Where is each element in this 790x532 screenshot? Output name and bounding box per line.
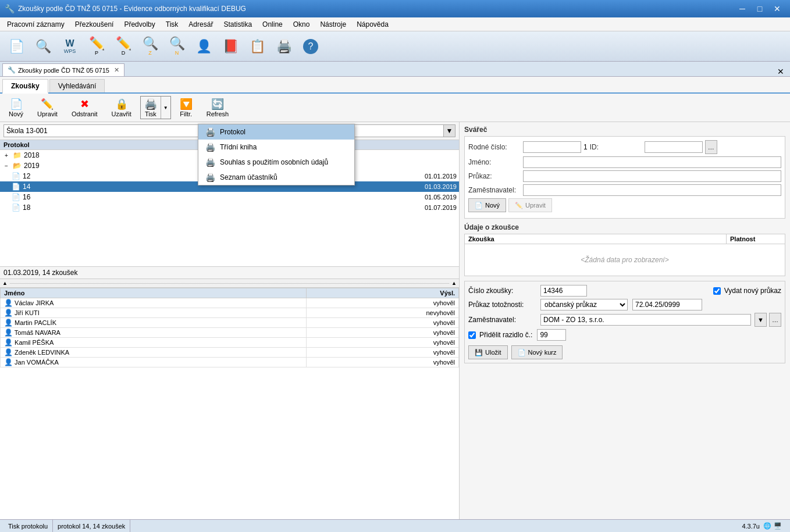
toolbar-list[interactable]: 📋 bbox=[244, 34, 270, 59]
menu-nastroje[interactable]: Nástroje bbox=[315, 18, 351, 31]
scroll-up2-icon[interactable]: ▲ bbox=[451, 280, 457, 286]
rodne-cislo-input[interactable] bbox=[523, 141, 581, 153]
novy-kurz-icon: 📄 bbox=[518, 349, 526, 356]
toolbar-search[interactable]: 🔍 bbox=[30, 34, 56, 59]
close-button[interactable]: ✕ bbox=[769, 2, 785, 15]
odstranit-button[interactable]: ✖ Odstranit bbox=[66, 96, 103, 119]
zamestnavatel-menu-button[interactable]: ▼ bbox=[755, 313, 767, 327]
table-row[interactable]: 👤 Jiří KUTI nevyhověl bbox=[1, 308, 459, 318]
svarez-upravit-button[interactable]: ✏️ Upravit bbox=[508, 198, 552, 212]
dropdown-item-seznam[interactable]: 🖨️ Seznam účastníků bbox=[198, 170, 354, 185]
filtr-label: Filtr. bbox=[180, 110, 192, 117]
toolbar-book[interactable]: 📕 bbox=[218, 34, 243, 59]
rodne-cislo-row: Rodné číslo: 1 ID: … bbox=[468, 140, 781, 154]
prukaz-input[interactable] bbox=[523, 170, 781, 182]
maximize-button[interactable]: □ bbox=[752, 2, 768, 15]
doc-tab-close[interactable]: ✕ bbox=[114, 66, 119, 74]
dropdown-item-souhlas[interactable]: 🖨️ Souhlas s použitím osobních údajů bbox=[198, 155, 354, 170]
menu-tisk[interactable]: Tisk bbox=[161, 18, 183, 31]
tree-item-18[interactable]: 📄 18 01.07.2019 bbox=[0, 202, 459, 213]
doc-16-icon: 📄 bbox=[12, 193, 20, 201]
svarez-novy-label: Nový bbox=[485, 202, 500, 209]
cislo-zkousky-input[interactable] bbox=[540, 285, 587, 297]
menu-adressr[interactable]: Adresář bbox=[184, 18, 218, 31]
tab-vyhledavani[interactable]: Vyhledávání bbox=[49, 79, 105, 92]
jmeno-input[interactable] bbox=[523, 156, 781, 168]
toolbar-new-doc[interactable]: 📄 bbox=[3, 34, 29, 59]
menu-online[interactable]: Online bbox=[258, 18, 287, 31]
printer3-icon: 🖨️ bbox=[205, 158, 215, 167]
pridelit-checkbox[interactable] bbox=[468, 331, 476, 339]
novy-kurz-label: Nový kurz bbox=[528, 349, 557, 356]
toolbar-pencil-d[interactable]: ✏️D bbox=[111, 34, 136, 59]
participant-result: vyhověl bbox=[306, 338, 459, 348]
ulozit-button[interactable]: 💾 Uložit bbox=[468, 345, 508, 359]
uzavrit-button[interactable]: 🔒 Uzavřit bbox=[106, 96, 137, 119]
menu-statistika[interactable]: Statistika bbox=[219, 18, 257, 31]
tab-zkousky[interactable]: Zkoušky bbox=[2, 79, 48, 94]
menu-pracovni[interactable]: Pracovní záznamy bbox=[2, 18, 69, 31]
svarez-menu-button[interactable]: … bbox=[705, 140, 717, 154]
participant-result: vyhověl bbox=[306, 318, 459, 328]
toolbar-person[interactable]: 👤 bbox=[191, 34, 216, 59]
refresh-label: Refresh bbox=[207, 110, 229, 117]
toolbar-help[interactable]: ? bbox=[298, 34, 323, 59]
zamestnavatel-detail-input[interactable] bbox=[540, 314, 751, 326]
menu-napoveda[interactable]: Nápověda bbox=[352, 18, 393, 31]
col-jmeno: Jméno bbox=[1, 288, 307, 298]
pridelit-value-input[interactable] bbox=[537, 329, 566, 341]
menu-predvolby[interactable]: Předvolby bbox=[119, 18, 159, 31]
novy-kurz-button[interactable]: 📄 Nový kurz bbox=[511, 345, 563, 359]
dropdown-item-tridni-kniha[interactable]: 🖨️ Třídní kniha bbox=[198, 140, 354, 155]
menu-bar: Pracovní záznamy Přezkoušení Předvolby T… bbox=[0, 17, 790, 31]
table-row[interactable]: 👤 Zdeněk LEDVINKA vyhověl bbox=[1, 348, 459, 358]
toolbar-print[interactable]: 🖨️ bbox=[271, 34, 297, 59]
menu-prezkouseni[interactable]: Přezkoušení bbox=[70, 18, 119, 31]
doc-18-icon: 📄 bbox=[12, 203, 20, 212]
tree-item-16[interactable]: 📄 16 01.05.2019 bbox=[0, 192, 459, 202]
odstranit-icon: ✖ bbox=[80, 98, 89, 110]
tree-16-date: 01.05.2019 bbox=[425, 194, 457, 201]
zamestnavatel-detail-row: Zaměstnavatel: ▼ … bbox=[468, 313, 781, 327]
scroll-up-icon[interactable]: ▲ bbox=[2, 280, 8, 286]
prukaz-value-input[interactable] bbox=[632, 299, 702, 310]
participant-name: 👤 Kamil PĚŠKA bbox=[1, 338, 307, 348]
toolbar-magnify-z[interactable]: 🔍Z bbox=[137, 34, 163, 59]
refresh-button[interactable]: 🔄 Refresh bbox=[201, 96, 234, 119]
vydat-prukaz-checkbox[interactable] bbox=[713, 287, 721, 295]
tisk-dropdown-arrow[interactable]: ▼ bbox=[161, 97, 170, 119]
filtr-button[interactable]: 🔽 Filtr. bbox=[175, 96, 198, 119]
toolbar-eye-n[interactable]: 🔍N bbox=[164, 34, 190, 59]
id-input[interactable] bbox=[645, 141, 703, 153]
minimize-button[interactable]: ─ bbox=[734, 2, 750, 15]
dropdown-item-protokol[interactable]: 🖨️ Protokol bbox=[198, 124, 354, 140]
jmeno-label: Jméno: bbox=[468, 158, 521, 166]
zamestnavatel-svarez-input[interactable] bbox=[523, 184, 781, 196]
udaje-header: Zkouška Platnost bbox=[465, 234, 785, 244]
toolbar-pencil-p[interactable]: ✏️P bbox=[84, 34, 109, 59]
table-row[interactable]: 👤 Martin PACLÍK vyhověl bbox=[1, 318, 459, 328]
doc-tab-zkousky[interactable]: 🔧 Zkoušky podle ČD TNŽ 05 0715 ✕ bbox=[2, 63, 124, 76]
expand-2018-icon[interactable]: + bbox=[2, 152, 10, 159]
school-dropdown-btn[interactable]: ▼ bbox=[444, 124, 456, 137]
tisk-main-button[interactable]: 🖨️ Tisk bbox=[141, 97, 161, 119]
novy-button[interactable]: 📄 Nový bbox=[3, 96, 29, 119]
expand-2019-icon[interactable]: − bbox=[2, 163, 10, 169]
participant-result: vyhověl bbox=[306, 328, 459, 338]
prukaz-totoznisti-select[interactable]: občanský průkaz pas jiný bbox=[540, 299, 628, 310]
dropdown-protokol-label: Protokol bbox=[220, 128, 245, 136]
vydat-prukaz-label: Vydat nový průkaz bbox=[724, 287, 781, 295]
upravit-button[interactable]: ✏️ Upravit bbox=[32, 96, 63, 119]
person-row-icon: 👤 bbox=[4, 358, 13, 366]
table-row[interactable]: 👤 Jan VOMÁČKA vyhověl bbox=[1, 358, 459, 367]
zamestnavatel-extra-button[interactable]: … bbox=[769, 313, 781, 327]
tisk-print-icon: 🖨️ bbox=[144, 98, 157, 110]
menu-okno[interactable]: Okno bbox=[289, 18, 315, 31]
svarez-novy-button[interactable]: 📄 Nový bbox=[468, 198, 506, 212]
window-controls: ─ □ ✕ bbox=[734, 2, 785, 15]
table-row[interactable]: 👤 Tomáš NAVARA vyhověl bbox=[1, 328, 459, 338]
table-row[interactable]: 👤 Kamil PĚŠKA vyhověl bbox=[1, 338, 459, 348]
tab-close-all[interactable]: ✕ bbox=[774, 67, 788, 76]
table-row[interactable]: 👤 Václav JIRKA vyhověl bbox=[1, 298, 459, 308]
toolbar-wps[interactable]: WWPS bbox=[57, 34, 83, 59]
